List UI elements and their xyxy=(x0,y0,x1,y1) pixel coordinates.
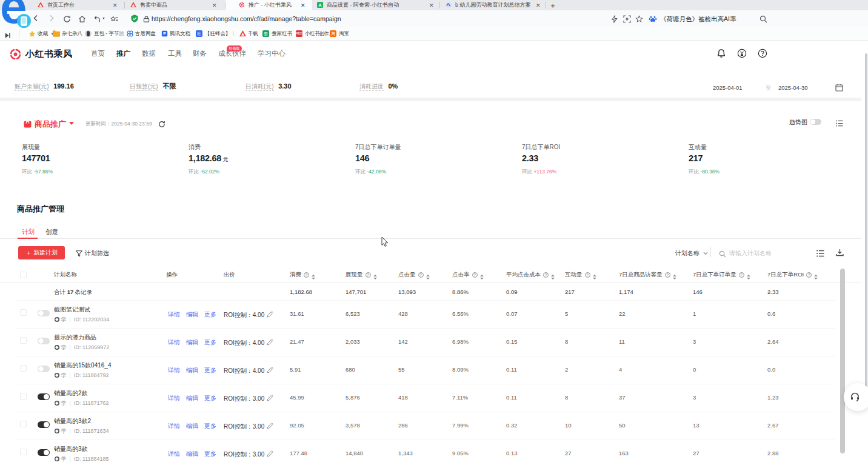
svg-text:A: A xyxy=(318,3,321,7)
